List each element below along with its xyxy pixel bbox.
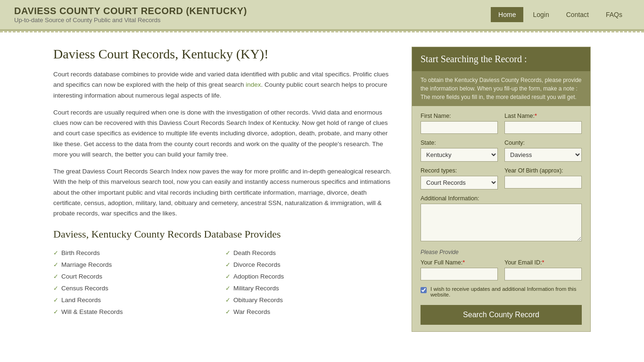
check-icon: ✓ bbox=[53, 273, 58, 280]
year-of-birth-field: Year Of Birth (approx): bbox=[504, 167, 582, 189]
additional-info-textarea[interactable] bbox=[421, 204, 582, 241]
form-header: Start Searching the Record : bbox=[412, 47, 590, 71]
name-row: First Name: Last Name:* bbox=[421, 113, 582, 134]
content-area: Daviess Court Records, Kentucky (KY)! Co… bbox=[53, 47, 397, 332]
contact-row: Your Full Name:* Your Email ID:* bbox=[421, 259, 582, 280]
record-type-select[interactable]: Court Records Birth Records Death Record… bbox=[421, 176, 498, 189]
last-name-field: Last Name:* bbox=[504, 113, 582, 134]
check-icon: ✓ bbox=[225, 249, 231, 256]
check-icon: ✓ bbox=[53, 285, 58, 292]
header-branding: DAVIESS COUNTY COURT RECORD (KENTUCKY) U… bbox=[14, 6, 247, 24]
full-name-input[interactable] bbox=[421, 268, 498, 280]
first-name-label: First Name: bbox=[421, 113, 498, 119]
nav-faqs[interactable]: FAQs bbox=[598, 7, 630, 22]
nav-home[interactable]: Home bbox=[491, 7, 523, 22]
site-title: DAVIESS COUNTY COURT RECORD (KENTUCKY) bbox=[14, 6, 247, 16]
site-header: DAVIESS COUNTY COURT RECORD (KENTUCKY) U… bbox=[0, 0, 644, 31]
list-item: ✓ Court Records bbox=[53, 271, 225, 282]
records-col-1: ✓ Birth Records ✓ Marriage Records ✓ Cou… bbox=[53, 247, 225, 318]
list-item: ✓ Death Records bbox=[225, 247, 397, 259]
nav-login[interactable]: Login bbox=[525, 7, 556, 22]
main-nav: Home Login Contact FAQs bbox=[491, 7, 630, 22]
newsletter-checkbox[interactable] bbox=[421, 287, 427, 293]
year-of-birth-label: Year Of Birth (approx): bbox=[504, 167, 582, 174]
state-county-row: State: Kentucky Alabama Alaska Arizona A… bbox=[421, 140, 582, 162]
list-item: ✓ Birth Records bbox=[53, 247, 225, 259]
record-type-field: Record types: Court Records Birth Record… bbox=[421, 167, 498, 189]
section-heading: Daviess, Kentucky County Records Databas… bbox=[53, 228, 397, 240]
search-index-link[interactable]: index bbox=[246, 81, 261, 88]
content-para-3: The great Daviess Court Records Search I… bbox=[53, 166, 397, 219]
state-label: State: bbox=[421, 140, 498, 146]
content-para-2: Court records are usually required when … bbox=[53, 107, 397, 160]
last-name-required: * bbox=[535, 113, 537, 119]
page-heading: Daviess Court Records, Kentucky (KY)! bbox=[53, 47, 397, 62]
check-icon: ✓ bbox=[225, 261, 231, 268]
additional-info-label: Additional Information: bbox=[421, 195, 582, 202]
county-field: County: Daviess Other bbox=[504, 140, 582, 162]
check-icon: ✓ bbox=[225, 273, 231, 280]
email-label: Your Email ID:* bbox=[504, 259, 582, 266]
please-provide-label: Please Provide bbox=[421, 249, 582, 255]
form-box: Start Searching the Record : To obtain t… bbox=[412, 47, 591, 332]
list-item: ✓ Obituary Records bbox=[225, 294, 397, 306]
year-of-birth-input[interactable] bbox=[504, 176, 582, 189]
nav-contact[interactable]: Contact bbox=[559, 7, 596, 22]
first-name-input[interactable] bbox=[421, 121, 498, 134]
full-name-label: Your Full Name:* bbox=[421, 259, 498, 266]
full-name-required: * bbox=[462, 259, 465, 266]
list-item: ✓ Military Records bbox=[225, 282, 397, 294]
check-icon: ✓ bbox=[53, 249, 58, 256]
list-item: ✓ Will & Estate Records bbox=[53, 306, 225, 318]
county-select[interactable]: Daviess Other bbox=[504, 148, 582, 162]
form-body: First Name: Last Name:* State: bbox=[412, 106, 590, 331]
state-select[interactable]: Kentucky Alabama Alaska Arizona Arkansas… bbox=[421, 148, 498, 162]
additional-info-field: Additional Information: bbox=[421, 195, 582, 243]
record-type-label: Record types: bbox=[421, 167, 498, 174]
list-item: ✓ Census Records bbox=[53, 282, 225, 294]
record-type-row: Record types: Court Records Birth Record… bbox=[421, 167, 582, 189]
additional-info-row: Additional Information: bbox=[421, 195, 582, 243]
list-item: ✓ War Records bbox=[225, 306, 397, 318]
newsletter-checkbox-row: I wish to receive updates and additional… bbox=[421, 286, 582, 297]
search-county-record-button[interactable]: Search County Record bbox=[421, 305, 582, 325]
email-field: Your Email ID:* bbox=[504, 259, 582, 280]
list-item: ✓ Land Records bbox=[53, 294, 225, 306]
full-name-field: Your Full Name:* bbox=[421, 259, 498, 280]
check-icon: ✓ bbox=[225, 308, 231, 315]
state-field: State: Kentucky Alabama Alaska Arizona A… bbox=[421, 140, 498, 162]
last-name-label: Last Name:* bbox=[504, 113, 582, 119]
newsletter-label: I wish to receive updates and additional… bbox=[430, 286, 582, 297]
check-icon: ✓ bbox=[225, 285, 231, 292]
check-icon: ✓ bbox=[225, 296, 231, 304]
records-list: ✓ Birth Records ✓ Marriage Records ✓ Cou… bbox=[53, 247, 397, 318]
sidebar-form: Start Searching the Record : To obtain t… bbox=[412, 47, 591, 332]
check-icon: ✓ bbox=[53, 296, 58, 304]
main-container: Daviess Court Records, Kentucky (KY)! Co… bbox=[39, 37, 605, 341]
email-required: * bbox=[542, 259, 544, 266]
list-item: ✓ Marriage Records bbox=[53, 259, 225, 271]
list-item: ✓ Adoption Records bbox=[225, 271, 397, 282]
check-icon: ✓ bbox=[53, 261, 58, 268]
check-icon: ✓ bbox=[53, 308, 58, 315]
form-description: To obtain the Kentucky Daviess County Re… bbox=[412, 71, 590, 106]
county-label: County: bbox=[504, 140, 582, 146]
first-name-field: First Name: bbox=[421, 113, 498, 134]
list-item: ✓ Divorce Records bbox=[225, 259, 397, 271]
email-input[interactable] bbox=[504, 268, 582, 280]
records-col-2: ✓ Death Records ✓ Divorce Records ✓ Adop… bbox=[225, 247, 397, 318]
site-subtitle: Up-to-date Source of County Public and V… bbox=[14, 16, 247, 24]
content-para-1: Court records database combines to provi… bbox=[53, 69, 397, 101]
header-divider bbox=[0, 31, 644, 33]
last-name-input[interactable] bbox=[504, 121, 582, 134]
